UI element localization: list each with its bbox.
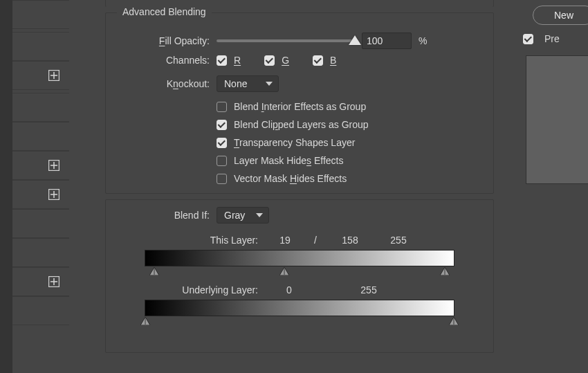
option-vecmask[interactable]: Vector Mask Hides Effects	[217, 170, 369, 188]
add-effect-button[interactable]	[47, 275, 61, 289]
option-label: Layer Mask Hides Effects	[234, 155, 343, 166]
checkbox-icon	[217, 55, 227, 66]
fill-opacity-thumb[interactable]	[349, 35, 361, 45]
checkbox-icon	[217, 102, 227, 112]
knockout-value: None	[224, 78, 247, 89]
fill-opacity-row: Fill Opacity: 100 %	[106, 33, 493, 49]
style-slot[interactable]	[12, 0, 69, 29]
style-slot[interactable]	[12, 180, 69, 209]
option-label: Transparency Shapes Layer	[234, 137, 355, 148]
knockout-label: Knockout:	[106, 78, 210, 89]
fill-opacity-slider[interactable]	[217, 39, 355, 42]
chevron-down-icon	[266, 82, 273, 86]
preview-checkbox[interactable]: Pre	[523, 33, 560, 44]
fill-opacity-percent: %	[419, 35, 427, 46]
style-slot[interactable]	[12, 122, 69, 151]
layer-style-dialog: Advanced Blending Fill Opacity: 100 % Ch…	[0, 0, 588, 373]
option-label: Vector Mask Hides Effects	[234, 173, 347, 184]
channel-r-checkbox[interactable]: R	[217, 55, 241, 66]
option-maskfx[interactable]: Layer Mask Hides Effects	[217, 152, 369, 170]
channel-b-label: B	[330, 55, 336, 66]
blend-if-row: Blend If: Gray	[106, 207, 269, 224]
blend-if-select[interactable]: Gray	[217, 207, 269, 224]
channel-b-checkbox[interactable]: B	[313, 55, 336, 66]
option-transp[interactable]: Transparency Shapes Layer	[217, 134, 369, 152]
add-effect-button[interactable]	[47, 188, 61, 201]
channel-r-label: R	[234, 55, 241, 66]
style-slot[interactable]	[12, 238, 69, 267]
channels-row: Channels: R G B	[106, 55, 336, 66]
advanced-blending-group: Advanced Blending Fill Opacity: 100 % Ch…	[105, 12, 494, 194]
knockout-row: Knockout: None	[106, 75, 279, 92]
this-layer-gradient[interactable]	[145, 250, 454, 266]
blend-if-stop[interactable]	[440, 267, 450, 275]
blend-if-stop[interactable]	[449, 317, 459, 325]
style-slot[interactable]	[12, 93, 69, 122]
style-slot[interactable]	[12, 32, 69, 61]
add-effect-button[interactable]	[47, 158, 61, 172]
chevron-down-icon	[256, 213, 263, 217]
options-panel: Advanced Blending Fill Opacity: 100 % Ch…	[72, 0, 515, 373]
style-slot[interactable]	[12, 151, 69, 180]
blend-if-stop[interactable]	[140, 317, 150, 325]
checkbox-icon	[313, 55, 323, 66]
this-layer-values: 19 / 158 255	[265, 235, 454, 246]
right-sidebar: New Pre	[520, 0, 588, 373]
new-style-label: New	[554, 10, 573, 21]
fill-opacity-label: Fill Opacity:	[106, 35, 210, 46]
fill-opacity-input[interactable]: 100	[362, 33, 412, 49]
advanced-blending-title: Advanced Blending	[117, 6, 212, 17]
checkbox-icon	[217, 174, 227, 184]
blend-if-value: Gray	[224, 210, 245, 221]
new-style-button[interactable]: New	[533, 6, 588, 25]
checkbox-icon	[217, 138, 227, 148]
advanced-options-list: Blend Interior Effects as GroupBlend Cli…	[217, 98, 369, 188]
blend-if-group: Blend If: Gray This Layer: 19 / 158 255 …	[105, 199, 494, 353]
blend-if-label: Blend If:	[106, 210, 210, 221]
checkbox-icon	[523, 34, 533, 44]
preview-swatch	[526, 55, 588, 184]
option-interior[interactable]: Blend Interior Effects as Group	[217, 98, 369, 116]
channels-label: Channels:	[106, 55, 210, 66]
this-layer-label: This Layer:	[106, 235, 258, 246]
style-slot[interactable]	[12, 61, 69, 90]
checkbox-icon	[264, 55, 275, 66]
blend-if-stop[interactable]	[279, 267, 289, 275]
underlying-layer-gradient[interactable]	[145, 300, 454, 316]
underlying-layer-label: Underlying Layer:	[106, 284, 258, 295]
styles-column	[12, 0, 69, 373]
underlying-layer-values: 0 255	[265, 284, 454, 295]
option-clipped[interactable]: Blend Clipped Layers as Group	[217, 116, 369, 134]
style-slot[interactable]	[12, 209, 69, 238]
channel-g-label: G	[282, 55, 289, 66]
checkbox-icon	[217, 156, 227, 166]
knockout-select[interactable]: None	[217, 75, 279, 92]
add-effect-button[interactable]	[47, 69, 61, 82]
style-slot[interactable]	[12, 267, 69, 296]
preview-label: Pre	[544, 33, 560, 44]
checkbox-icon	[217, 120, 227, 130]
option-label: Blend Interior Effects as Group	[234, 101, 366, 112]
channel-g-checkbox[interactable]: G	[264, 55, 289, 66]
style-slot[interactable]	[12, 296, 69, 325]
gutter-left	[0, 0, 12, 373]
option-label: Blend Clipped Layers as Group	[234, 119, 369, 130]
blend-if-stop[interactable]	[149, 267, 159, 275]
